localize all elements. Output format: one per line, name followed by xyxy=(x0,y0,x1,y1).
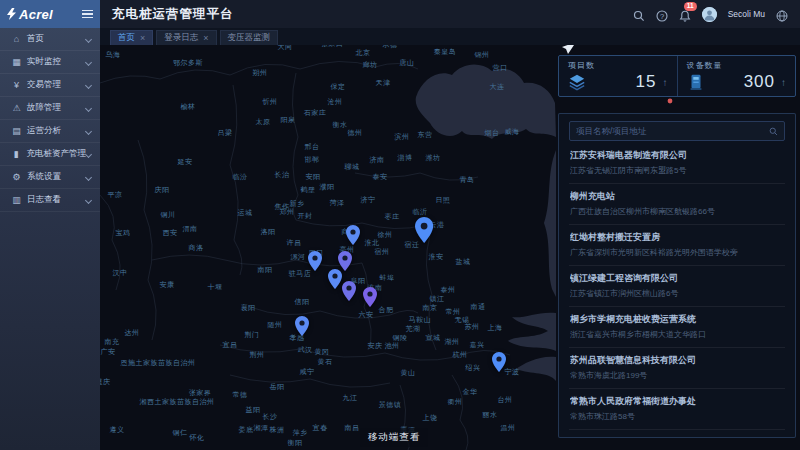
chevron-down-icon xyxy=(85,35,92,42)
project-name: 江苏安科瑞电器制造有限公司 xyxy=(570,149,784,162)
project-address: 广西壮族自治区柳州市柳南区航银路66号 xyxy=(570,206,784,217)
project-list-item[interactable]: 常熟市人民政府常福街道办事处常熟市珠江路58号 xyxy=(569,389,785,430)
stat-projects: 项目数 15 ↑ xyxy=(559,56,677,96)
header: 充电桩运营管理平台 ? 11 Secoli Mu xyxy=(100,0,800,28)
analysis-icon: ▤ xyxy=(10,127,23,136)
tab-transformer-monitor[interactable]: 变压器监测 xyxy=(220,30,279,45)
chevron-down-icon xyxy=(85,196,92,203)
project-name: 柳州充电站 xyxy=(570,190,784,203)
project-list-item[interactable]: 桐乡市学桐充电桩收费运营系统浙江省嘉兴市桐乡市梧桐大道文华路口 xyxy=(569,307,785,348)
stats-panel: 项目数 15 ↑ 设备数量 300 xyxy=(558,55,796,97)
project-name: 常熟市人民政府常福街道办事处 xyxy=(570,395,784,408)
app-logo: Acrel xyxy=(0,0,100,28)
layers-icon xyxy=(568,73,586,91)
stat-devices-value: 300 xyxy=(744,72,775,92)
sidebar-item-label: 运营分析 xyxy=(27,125,86,137)
sidebar-item-realtime-monitor[interactable]: ▦实时监控 xyxy=(0,51,100,74)
project-search-box xyxy=(569,121,785,141)
charging-asset-icon: ▮ xyxy=(10,150,23,159)
chevron-down-icon xyxy=(85,173,92,180)
project-address: 浙江省嘉兴市桐乡市梧桐大道文华路口 xyxy=(570,329,784,340)
bell-icon[interactable]: 11 xyxy=(679,8,691,20)
sidebar-menu: ⌂首页▦实时监控¥交易管理⚠故障管理▤运营分析▮充电桩资产管理⚙系统设置▥日志查… xyxy=(0,28,100,212)
map[interactable]: 乌海鄂尔多斯榆林延安庆阳平凉铜川宝鸡西安渭南商洛汉中安康十堰大同朔州忻州太原阳泉… xyxy=(100,45,800,450)
home-icon: ⌂ xyxy=(10,35,23,44)
project-list-item[interactable]: 红坳村整村搬迁安置房广东省深圳市光明新区科裕路光明外国语学校旁 xyxy=(569,225,785,266)
map-pin[interactable] xyxy=(492,352,506,376)
map-pin[interactable] xyxy=(308,251,322,275)
map-pin[interactable] xyxy=(415,217,433,247)
stat-projects-value: 15 xyxy=(636,72,657,92)
chevron-down-icon xyxy=(85,81,92,88)
transaction-icon: ¥ xyxy=(10,81,23,90)
sidebar-item-label: 充电桩资产管理 xyxy=(27,148,87,160)
user-name[interactable]: Secoli Mu xyxy=(728,9,765,19)
gear-icon: ⚙ xyxy=(10,173,23,182)
mobile-view-button[interactable]: 移动端查看 xyxy=(360,428,428,447)
project-address: 江苏省无锡江阴市南闸东盟路5号 xyxy=(570,165,784,176)
project-name: 镇江绿建工程咨询有限公司 xyxy=(570,272,784,285)
hamburger-icon[interactable] xyxy=(82,10,93,19)
close-icon[interactable]: × xyxy=(203,34,208,43)
tab-label: 首页 xyxy=(118,32,135,44)
sidebar: Acrel ⌂首页▦实时监控¥交易管理⚠故障管理▤运营分析▮充电桩资产管理⚙系统… xyxy=(0,0,100,450)
map-pin[interactable] xyxy=(363,287,377,311)
map-pin[interactable] xyxy=(295,316,309,340)
chevron-down-icon xyxy=(85,150,92,157)
chevron-down-icon xyxy=(85,104,92,111)
sidebar-item-label: 系统设置 xyxy=(27,171,86,183)
sidebar-item-log-view[interactable]: ▥日志查看 xyxy=(0,189,100,212)
sidebar-item-label: 日志查看 xyxy=(27,194,86,206)
project-address: 常熟市珠江路58号 xyxy=(570,411,784,422)
input-search-icon[interactable] xyxy=(769,127,778,136)
fault-icon: ⚠ xyxy=(10,104,23,113)
close-icon[interactable]: × xyxy=(140,34,145,43)
project-list-item[interactable]: 苏州品联智慧信息科技有限公司常熟市海虞北路199号 xyxy=(569,348,785,389)
project-list-item[interactable]: 柳州充电站广西壮族自治区柳州市柳南区航银路66号 xyxy=(569,184,785,225)
project-name: 苏州品联智慧信息科技有限公司 xyxy=(570,354,784,367)
sidebar-item-label: 交易管理 xyxy=(27,79,86,91)
page-title: 充电桩运营管理平台 xyxy=(112,6,234,23)
help-icon[interactable]: ? xyxy=(656,8,668,20)
sidebar-item-fault-management[interactable]: ⚠故障管理 xyxy=(0,97,100,120)
tab-label: 变压器监测 xyxy=(228,32,271,44)
chevron-down-icon xyxy=(85,127,92,134)
logo-text: Acrel xyxy=(19,7,53,22)
red-poi-marker xyxy=(668,99,673,104)
sidebar-item-home[interactable]: ⌂首页 xyxy=(0,28,100,51)
project-list-item[interactable]: 江苏安科瑞电器制造有限公司江苏省无锡江阴市南闸东盟路5号 xyxy=(569,143,785,184)
sidebar-item-charging-asset-management[interactable]: ▮充电桩资产管理 xyxy=(0,143,100,166)
project-name: 红坳村整村搬迁安置房 xyxy=(570,231,784,244)
log-icon: ▥ xyxy=(10,196,23,205)
sidebar-item-label: 实时监控 xyxy=(27,56,86,68)
project-search-input[interactable] xyxy=(576,126,769,136)
map-pin[interactable] xyxy=(346,225,360,249)
avatar[interactable] xyxy=(702,7,717,22)
sidebar-item-label: 故障管理 xyxy=(27,102,86,114)
stat-projects-label: 项目数 xyxy=(568,60,668,71)
chevron-down-icon xyxy=(85,58,92,65)
globe-icon[interactable] xyxy=(776,8,788,20)
map-pin[interactable] xyxy=(342,281,356,305)
project-list-panel: 江苏安科瑞电器制造有限公司江苏省无锡江阴市南闸东盟路5号柳州充电站广西壮族自治区… xyxy=(558,113,796,438)
tab-login-log[interactable]: 登录日志× xyxy=(156,30,216,45)
trend-up-icon: ↑ xyxy=(663,77,668,88)
project-name: 桐乡市学桐充电桩收费运营系统 xyxy=(570,313,784,326)
project-list: 江苏安科瑞电器制造有限公司江苏省无锡江阴市南闸东盟路5号柳州充电站广西壮族自治区… xyxy=(569,143,785,430)
sidebar-item-transaction-management[interactable]: ¥交易管理 xyxy=(0,74,100,97)
sidebar-item-system-settings[interactable]: ⚙系统设置 xyxy=(0,166,100,189)
project-list-item[interactable]: 镇江绿建工程咨询有限公司江苏省镇江市润州区檀山路6号 xyxy=(569,266,785,307)
project-address: 常熟市海虞北路199号 xyxy=(570,370,784,381)
svg-text:?: ? xyxy=(660,12,664,21)
plane-icon xyxy=(562,45,576,54)
tab-label: 登录日志 xyxy=(164,32,198,44)
tab-home[interactable]: 首页× xyxy=(110,30,153,45)
map-pin[interactable] xyxy=(328,269,342,293)
header-actions: ? 11 Secoli Mu xyxy=(633,7,788,22)
search-icon[interactable] xyxy=(633,8,645,20)
notification-badge: 11 xyxy=(684,2,697,11)
logo-bolt-icon xyxy=(7,8,16,20)
sidebar-item-operation-analysis[interactable]: ▤运营分析 xyxy=(0,120,100,143)
monitor-icon: ▦ xyxy=(10,58,23,67)
stat-devices: 设备数量 300 ↑ xyxy=(677,56,796,96)
